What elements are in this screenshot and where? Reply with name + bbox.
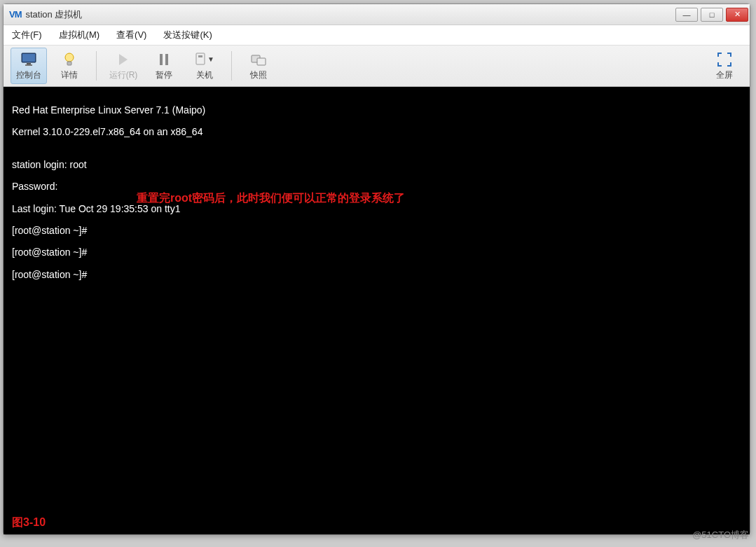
svg-rect-5 — [67, 62, 71, 65]
svg-rect-7 — [160, 54, 163, 65]
svg-marker-6 — [119, 54, 128, 65]
svg-rect-12 — [257, 58, 266, 65]
console-line: Password: — [12, 181, 741, 193]
shutdown-icon: ▼ — [195, 51, 214, 68]
console-line: Last login: Tue Oct 29 19:35:53 on tty1 — [12, 204, 741, 215]
maximize-button[interactable]: □ — [701, 8, 723, 22]
title-bar: VM station 虚拟机 — □ ✕ — [4, 4, 750, 25]
monitor-icon — [21, 51, 36, 68]
svg-rect-8 — [165, 54, 168, 65]
console-label: 控制台 — [16, 69, 41, 81]
app-icon: VM — [9, 9, 22, 20]
run-label: 运行(R) — [109, 69, 138, 81]
console-line: [root@station ~]# — [12, 270, 741, 281]
pause-label: 暂停 — [156, 69, 172, 81]
bulb-icon — [63, 51, 76, 68]
minimize-button[interactable]: — — [675, 8, 698, 22]
run-button: 运行(R) — [105, 48, 142, 84]
shutdown-label: 关机 — [196, 69, 213, 81]
fullscreen-icon — [717, 51, 731, 68]
svg-rect-10 — [198, 55, 202, 57]
pause-button[interactable]: 暂停 — [146, 48, 182, 84]
details-label: 详情 — [61, 69, 78, 81]
figure-label: 图3-10 — [12, 516, 46, 529]
console-line: [root@station ~]# — [12, 247, 741, 258]
menu-sendkeys[interactable]: 发送按键(K) — [159, 27, 216, 43]
svg-rect-9 — [196, 53, 205, 64]
watermark: @51CTO博客 — [692, 529, 749, 541]
toolbar-separator — [96, 51, 97, 81]
play-icon — [118, 51, 129, 68]
pause-icon — [158, 51, 170, 68]
console-output[interactable]: Red Hat Enterprise Linux Server 7.1 (Mai… — [4, 87, 750, 534]
menu-bar: 文件(F) 虚拟机(M) 查看(V) 发送按键(K) — [4, 25, 750, 45]
close-button[interactable]: ✕ — [726, 8, 748, 22]
menu-vm[interactable]: 虚拟机(M) — [55, 27, 104, 43]
console-line: Kernel 3.10.0-229.el7.x86_64 on an x86_6… — [12, 127, 741, 138]
menu-view[interactable]: 查看(V) — [112, 27, 151, 43]
menu-file[interactable]: 文件(F) — [8, 27, 46, 43]
console-line: station login: root — [12, 160, 741, 171]
toolbar-separator-2 — [231, 51, 232, 81]
chevron-down-icon: ▼ — [207, 55, 214, 63]
window-controls: — □ ✕ — [675, 8, 748, 22]
window-title: station 虚拟机 — [26, 8, 676, 21]
snapshot-label: 快照 — [250, 69, 267, 81]
fullscreen-button[interactable]: 全屏 — [706, 48, 743, 84]
fullscreen-label: 全屏 — [716, 69, 733, 81]
shutdown-button[interactable]: ▼ 关机 — [186, 48, 223, 84]
vm-window: VM station 虚拟机 — □ ✕ 文件(F) 虚拟机(M) 查看(V) … — [3, 4, 750, 535]
details-button[interactable]: 详情 — [51, 48, 88, 84]
console-line: [root@station ~]# — [12, 226, 741, 237]
svg-rect-3 — [25, 64, 32, 66]
svg-point-4 — [65, 53, 74, 62]
annotation-text: 重置完root密码后，此时我们便可以正常的登录系统了 — [137, 192, 405, 205]
snapshot-button[interactable]: 快照 — [240, 48, 277, 84]
console-line: Red Hat Enterprise Linux Server 7.1 (Mai… — [12, 105, 741, 116]
toolbar: 控制台 详情 运行(R) 暂停 ▼ 关机 — [4, 45, 750, 87]
svg-rect-1 — [22, 54, 35, 62]
console-button[interactable]: 控制台 — [11, 48, 47, 84]
snapshot-icon — [251, 51, 266, 68]
svg-rect-2 — [27, 63, 31, 64]
